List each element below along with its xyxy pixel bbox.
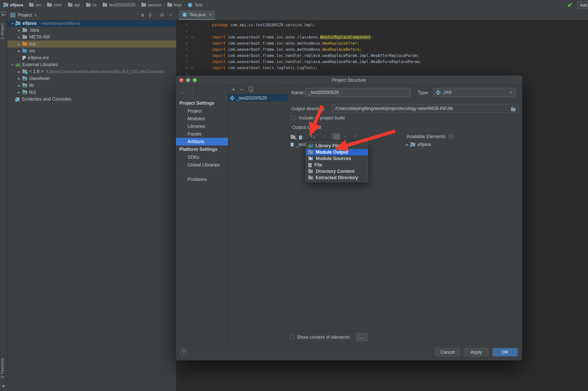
available-tree-item[interactable]: ▶e9java (406, 142, 431, 147)
code-line[interactable]: 3−import com.weaverboot.frame.ioc.anno.c… (176, 34, 588, 40)
project-tool-window-icon[interactable] (2, 12, 6, 16)
forward-arrow-icon[interactable]: → (189, 89, 199, 95)
tree-expand-icon[interactable]: ▶ (16, 42, 22, 46)
sidebar-item-problems[interactable]: Problems (176, 176, 228, 183)
add-artifact-icon[interactable]: + (232, 86, 235, 93)
popup-item-module-sources[interactable]: Module Sources (306, 155, 368, 162)
help-icon[interactable]: ? (448, 134, 453, 139)
fold-marker-icon[interactable]: − (191, 66, 194, 69)
code-line[interactable]: 5import com.weaverboot.frame.ioc.anno.me… (176, 46, 588, 53)
include-in-project-build-checkbox[interactable] (291, 115, 296, 120)
build-hammer-icon[interactable] (567, 2, 574, 10)
sort-elements-icon[interactable]: ↓az (332, 133, 341, 140)
chevron-down-icon[interactable]: ▼ (34, 14, 37, 17)
tree-expand-icon[interactable]: ▶ (16, 29, 22, 32)
minimize-window-button[interactable] (186, 78, 190, 82)
popup-item-library-files[interactable]: Library Files (306, 143, 368, 149)
breadcrumb-item[interactable]: cs (86, 3, 97, 8)
code-line[interactable]: 6import com.weaverboot.frame.ioc.handler… (176, 53, 588, 59)
tree-expand-icon[interactable]: ▶ (406, 143, 408, 146)
tree-expand-icon[interactable]: ▶ (16, 91, 22, 94)
locate-file-icon[interactable]: ⊕ (141, 12, 144, 18)
tree-item-e9java[interactable]: ▼e9java~/work/project/e9java (7, 20, 176, 27)
tree-expand-icon[interactable]: ▼ (9, 63, 16, 67)
close-window-button[interactable] (179, 78, 183, 82)
output-directory-input[interactable]: /Users/daiyingfeng/work/project/ecology-… (332, 104, 518, 113)
sidebar-item-project[interactable]: Project (176, 107, 228, 115)
popup-item-module-output[interactable]: Module Output (306, 149, 368, 155)
cancel-button[interactable]: Cancel (435, 348, 460, 356)
tree-item-e9java-iml[interactable]: e9java.iml (7, 54, 176, 61)
code-text: package com.api.cs.test20200529.service.… (212, 22, 315, 28)
code-line[interactable]: 2 (176, 28, 588, 34)
sidebar-item-artifacts[interactable]: Artifacts (176, 138, 228, 145)
sidebar-item-facets[interactable]: Facets (176, 130, 228, 138)
tree-item-lib1[interactable]: ▶lib1 (7, 89, 176, 96)
artifact-name-input[interactable] (305, 88, 411, 97)
breadcrumb-item[interactable]: api (68, 3, 80, 8)
tree-item-external-libraries[interactable]: ▼External Libraries (7, 61, 176, 68)
collapse-all-icon[interactable]: ▼▲ (149, 13, 152, 17)
tree-expand-icon[interactable]: ▶ (16, 49, 22, 53)
show-content-checkbox[interactable] (289, 335, 294, 339)
code-line[interactable]: 1package com.api.cs.test20200529.service… (176, 22, 588, 28)
tree-item--idea[interactable]: ▶.idea (7, 27, 176, 34)
tree-item-src[interactable]: ▶src (7, 47, 176, 54)
settings-gear-icon[interactable]: ⚙ (160, 12, 164, 18)
add-element-icon[interactable]: +▼ (310, 133, 313, 139)
ok-button[interactable]: OK (493, 348, 518, 356)
back-arrow-icon[interactable]: ← (180, 89, 189, 95)
breadcrumb-item[interactable]: e9java (4, 3, 23, 8)
code-line[interactable]: 4import com.weaverboot.frame.ioc.anno.me… (176, 40, 588, 46)
remove-artifact-icon[interactable]: − (240, 86, 243, 93)
output-layout-tab[interactable]: Output Layout (292, 125, 321, 130)
create-archive-icon[interactable] (299, 134, 302, 140)
more-options-button[interactable]: ... (356, 333, 368, 341)
popup-item-directory-content[interactable]: Directory Content (306, 168, 368, 175)
tree-item-classbean[interactable]: ▶classbean (7, 75, 176, 82)
popup-item-extracted-directory[interactable]: Extracted Directory (306, 175, 368, 181)
copy-artifact-icon[interactable] (250, 88, 253, 92)
sidebar-item-libraries[interactable]: Libraries (176, 123, 228, 130)
tree-item-lib[interactable]: ▶lib (7, 82, 176, 89)
editor-tab-test-java[interactable]: C Test.java ✕ (179, 10, 215, 20)
tool-window-button-favorites[interactable]: 2: Favorites (0, 354, 7, 382)
hide-panel-icon[interactable]: − (169, 12, 172, 18)
tool-window-button-project[interactable]: 1: Project (0, 17, 7, 45)
sidebar-item-sdks[interactable]: SDKs (176, 153, 228, 161)
help-button[interactable]: ? (180, 348, 187, 356)
tree-item-meta-inf[interactable]: ▶META-INF (7, 34, 176, 41)
tree-item-out[interactable]: ▶out (7, 41, 176, 47)
project-view-title[interactable]: Project (18, 13, 32, 18)
tree-item-scratches-and-consoles[interactable]: Scratches and Consoles (7, 96, 176, 103)
tree-expand-icon[interactable]: ▶ (16, 77, 22, 80)
breadcrumb-item[interactable]: com (47, 3, 62, 8)
tree-expand-icon[interactable]: ▶ (16, 84, 22, 87)
close-tab-icon[interactable]: ✕ (209, 13, 212, 17)
sidebar-item-modules[interactable]: Modules (176, 115, 228, 123)
popup-item-file[interactable]: File (306, 162, 368, 168)
breadcrumb-item[interactable]: test20200529 (103, 3, 135, 8)
artifact-type-dropdown[interactable]: JAR ▼ (433, 88, 516, 97)
move-down-icon[interactable]: ▼ (353, 134, 357, 138)
breadcrumb-item[interactable]: src (29, 3, 41, 8)
tree-item--1-8-[interactable]: ▶< 1.8 >/Library/Java/JavaVirtualMachine… (7, 68, 176, 75)
artifact-list-item[interactable]: _test20200529 (228, 94, 288, 102)
pane-divider[interactable] (398, 132, 398, 331)
tree-expand-icon[interactable]: ▶ (16, 35, 22, 39)
create-directory-icon[interactable]: + (291, 134, 295, 140)
browse-folder-icon[interactable] (511, 107, 516, 112)
apply-button[interactable]: Apply (464, 348, 488, 356)
sidebar-item-global-libraries[interactable]: Global Libraries (176, 161, 228, 169)
code-line[interactable]: 7import com.weaverboot.frame.ioc.handler… (176, 59, 588, 65)
add-configuration-button[interactable]: Add (577, 1, 588, 9)
breadcrumb-item[interactable]: CTest (188, 3, 202, 8)
fold-marker-icon[interactable]: − (191, 35, 194, 39)
zoom-window-button[interactable] (193, 78, 197, 82)
remove-element-icon[interactable]: − (323, 133, 326, 139)
breadcrumb-item[interactable]: impl (167, 3, 182, 8)
tree-expand-icon[interactable]: ▶ (16, 70, 22, 74)
code-line[interactable]: 8−import com.weaverboot.tools.logTools.L… (176, 65, 588, 71)
move-up-icon[interactable]: ▲ (344, 134, 347, 138)
breadcrumb-item[interactable]: service (141, 3, 162, 8)
